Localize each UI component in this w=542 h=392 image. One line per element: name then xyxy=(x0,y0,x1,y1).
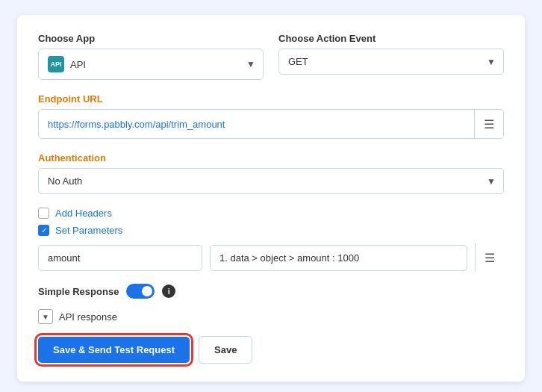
checkbox-section: Add Headers Set Parameters xyxy=(38,208,504,236)
api-response-label: API response xyxy=(59,311,117,323)
api-response-row: ▼ API response xyxy=(38,309,504,324)
save-button[interactable]: Save xyxy=(199,336,252,364)
simple-response-label: Simple Response xyxy=(38,286,119,297)
choose-action-section: Choose Action Event GET ▼ xyxy=(278,33,504,80)
endpoint-label: Endpoint URL xyxy=(38,93,504,105)
hamburger-icon: ☰ xyxy=(485,251,495,265)
param-value-display[interactable]: 1. data > object > amount : 1000 xyxy=(210,245,467,271)
add-headers-row[interactable]: Add Headers xyxy=(38,208,504,219)
simple-response-toggle[interactable] xyxy=(126,284,155,299)
auth-value-text: No Auth xyxy=(48,175,82,187)
save-test-button[interactable]: Save & Send Test Request xyxy=(38,337,190,363)
hamburger-icon: ☰ xyxy=(484,117,494,131)
chevron-down-icon: ▼ xyxy=(487,176,496,187)
set-parameters-checkbox[interactable] xyxy=(38,225,49,236)
param-menu-button[interactable]: ☰ xyxy=(475,243,504,272)
endpoint-section: Endpoint URL ☰ xyxy=(38,93,504,139)
params-row: 1. data > object > amount : 1000 ☰ xyxy=(38,243,504,272)
param-key-input[interactable] xyxy=(38,245,202,271)
choose-action-label: Choose Action Event xyxy=(278,33,504,44)
auth-label: Authentication xyxy=(38,152,504,164)
add-headers-checkbox[interactable] xyxy=(38,208,49,219)
choose-app-section: Choose App API API ▼ xyxy=(38,33,264,80)
action-select[interactable]: GET ▼ xyxy=(278,49,504,75)
choose-app-label: Choose App xyxy=(38,33,264,44)
simple-response-row: Simple Response i xyxy=(38,284,504,299)
chevron-down-icon: ▼ xyxy=(487,57,496,67)
set-parameters-row[interactable]: Set Parameters xyxy=(38,225,504,236)
add-headers-label: Add Headers xyxy=(55,208,112,219)
endpoint-row: ☰ xyxy=(38,109,504,139)
app-name-text: API xyxy=(70,59,86,70)
api-response-chevron[interactable]: ▼ xyxy=(38,309,53,324)
auth-select[interactable]: No Auth ▼ xyxy=(38,168,504,194)
endpoint-menu-button[interactable]: ☰ xyxy=(474,110,503,138)
set-parameters-label: Set Parameters xyxy=(55,225,122,236)
auth-section: Authentication No Auth ▼ xyxy=(38,152,504,194)
action-event-text: GET xyxy=(288,56,308,67)
chevron-down-icon: ▼ xyxy=(246,59,255,69)
app-select[interactable]: API API ▼ xyxy=(38,49,264,80)
endpoint-input[interactable] xyxy=(39,111,474,137)
action-row: Save & Send Test Request Save xyxy=(38,336,504,364)
api-icon: API xyxy=(48,56,64,72)
info-icon[interactable]: i xyxy=(162,284,175,298)
main-card: Choose App API API ▼ Choose Action Event… xyxy=(17,15,525,382)
